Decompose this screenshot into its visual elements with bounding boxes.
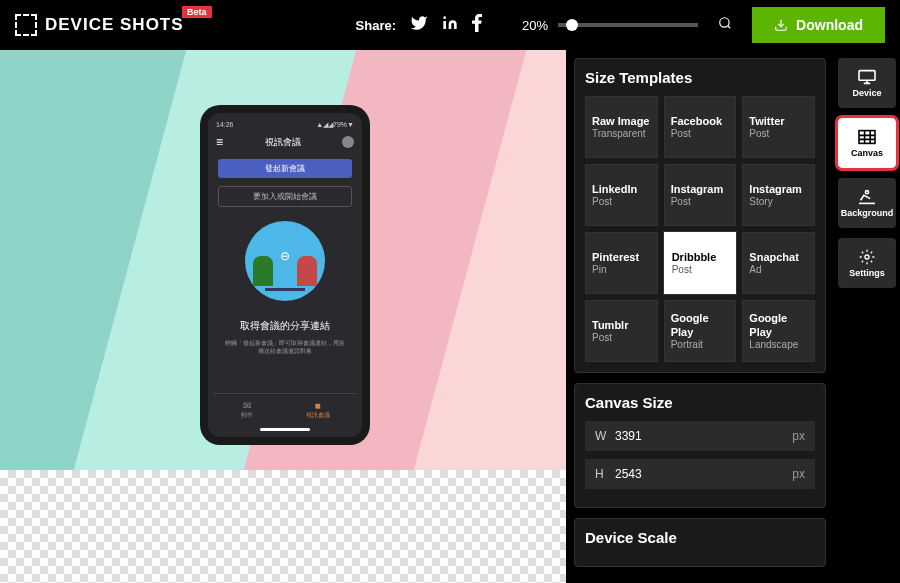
height-unit: px: [792, 467, 805, 481]
tile-sub: Pin: [592, 264, 651, 275]
zoom-slider[interactable]: [558, 23, 698, 27]
search-icon[interactable]: [718, 16, 732, 34]
tile-sub: Post: [672, 264, 729, 275]
device-scale-section: Device Scale: [574, 518, 826, 567]
slider-thumb[interactable]: [566, 19, 578, 31]
template-tile[interactable]: Raw ImageTransparent: [585, 96, 658, 158]
template-tile[interactable]: TumblrPost: [585, 300, 658, 362]
phone-mockup: 14:26▲◢◢79%▼ ≡視訊會議 發起新會議 要加入或開始會議 ⊖ 取得會議…: [200, 105, 370, 445]
template-tile[interactable]: LinkedInPost: [585, 164, 658, 226]
tile-sub: Post: [592, 196, 651, 207]
template-tile[interactable]: InstagramPost: [664, 164, 737, 226]
beta-badge: Beta: [182, 6, 212, 18]
tile-sub: Ad: [749, 264, 808, 275]
zoom-control: 20%: [522, 18, 698, 33]
background-icon: [857, 189, 877, 205]
header: DEVICE SHOTS Beta Share: 20% Download: [0, 0, 900, 50]
tile-title: Google Play: [671, 312, 730, 338]
device-scale-title: Device Scale: [585, 529, 815, 546]
right-tabs: Device Canvas Background Settings: [834, 50, 900, 583]
share-area: Share:: [356, 14, 482, 36]
template-tile[interactable]: Google PlayLandscape: [742, 300, 815, 362]
svg-rect-1: [859, 70, 875, 80]
linkedin-icon[interactable]: [442, 15, 458, 35]
tile-sub: Post: [749, 128, 808, 139]
svg-point-4: [865, 255, 869, 259]
template-tile[interactable]: SnapchatAd: [742, 232, 815, 294]
device-preview[interactable]: 14:26▲◢◢79%▼ ≡視訊會議 發起新會議 要加入或開始會議 ⊖ 取得會議…: [0, 50, 566, 470]
svg-point-0: [720, 18, 729, 27]
tile-sub: Post: [592, 332, 651, 343]
tile-sub: Landscape: [749, 339, 808, 350]
tab-device[interactable]: Device: [838, 58, 896, 108]
side-panel: Size Templates Raw ImageTransparentFaceb…: [566, 50, 834, 583]
gear-icon: [857, 249, 877, 265]
download-button[interactable]: Download: [752, 7, 885, 43]
template-tile[interactable]: Google PlayPortrait: [664, 300, 737, 362]
svg-rect-2: [859, 130, 875, 143]
logo-icon: [15, 14, 37, 36]
template-tile[interactable]: PinterestPin: [585, 232, 658, 294]
tile-title: Raw Image: [592, 115, 651, 128]
template-tile[interactable]: TwitterPost: [742, 96, 815, 158]
size-templates-section: Size Templates Raw ImageTransparentFaceb…: [574, 58, 826, 373]
tile-sub: Post: [671, 196, 730, 207]
tile-title: Pinterest: [592, 251, 651, 264]
download-label: Download: [796, 17, 863, 33]
tile-sub: Transparent: [592, 128, 651, 139]
height-row: H px: [585, 459, 815, 489]
tile-title: Instagram: [749, 183, 808, 196]
template-tile[interactable]: DribbblePost: [664, 232, 737, 294]
twitter-icon[interactable]: [410, 14, 428, 36]
canvas-size-section: Canvas Size W px H px: [574, 383, 826, 508]
download-icon: [774, 18, 788, 32]
tab-settings[interactable]: Settings: [838, 238, 896, 288]
width-input[interactable]: [615, 429, 792, 443]
canvas-size-title: Canvas Size: [585, 394, 815, 411]
device-icon: [857, 69, 877, 85]
width-label: W: [595, 429, 615, 443]
tile-title: Facebook: [671, 115, 730, 128]
tile-title: Instagram: [671, 183, 730, 196]
tab-background[interactable]: Background: [838, 178, 896, 228]
svg-point-3: [865, 190, 868, 193]
canvas-area: 14:26▲◢◢79%▼ ≡視訊會議 發起新會議 要加入或開始會議 ⊖ 取得會議…: [0, 50, 566, 583]
tab-canvas[interactable]: Canvas: [838, 118, 896, 168]
width-row: W px: [585, 421, 815, 451]
tile-sub: Portrait: [671, 339, 730, 350]
tile-title: Dribbble: [672, 251, 729, 264]
facebook-icon[interactable]: [472, 14, 482, 36]
logo[interactable]: DEVICE SHOTS Beta: [15, 14, 184, 36]
grid-icon: [857, 129, 877, 145]
zoom-value: 20%: [522, 18, 548, 33]
tile-title: Google Play: [749, 312, 808, 338]
share-label: Share:: [356, 18, 396, 33]
tile-title: LinkedIn: [592, 183, 651, 196]
tile-title: Snapchat: [749, 251, 808, 264]
template-tile[interactable]: FacebookPost: [664, 96, 737, 158]
width-unit: px: [792, 429, 805, 443]
template-tile[interactable]: InstagramStory: [742, 164, 815, 226]
app-name: DEVICE SHOTS: [45, 15, 184, 35]
height-label: H: [595, 467, 615, 481]
tile-title: Tumblr: [592, 319, 651, 332]
height-input[interactable]: [615, 467, 792, 481]
tile-title: Twitter: [749, 115, 808, 128]
templates-title: Size Templates: [585, 69, 815, 86]
checker-area: [0, 470, 566, 583]
tile-sub: Post: [671, 128, 730, 139]
tile-sub: Story: [749, 196, 808, 207]
